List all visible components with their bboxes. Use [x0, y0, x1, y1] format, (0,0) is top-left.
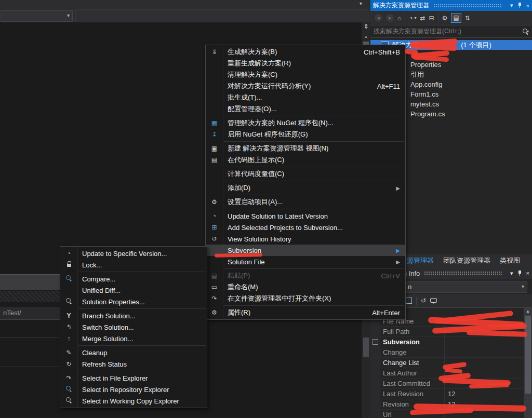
menu-separator — [224, 305, 404, 306]
scroll-up-icon[interactable]: ▴ — [362, 34, 370, 39]
menu-item[interactable]: Lock... — [60, 259, 207, 271]
menu-item[interactable]: Solution Properties... — [60, 296, 207, 307]
show-all-files-icon[interactable]: ▤ — [451, 13, 461, 23]
menu-item[interactable]: Select in Working Copy Explorer — [60, 395, 207, 407]
chevron-down-icon[interactable]: ▾ — [360, 1, 362, 6]
property-row[interactable]: Change — [380, 347, 524, 358]
window-position-icon[interactable]: ▾ — [510, 2, 513, 9]
toolbar-separator — [438, 14, 438, 22]
repo-explorer-icon — [60, 385, 77, 394]
solution-explorer-titlebar[interactable]: 解决方案资源管理器 ▾ × — [370, 0, 532, 11]
menu-item[interactable]: ▤在代码图上显示(C) — [206, 154, 405, 166]
menu-item[interactable]: ↑Merge Solution... — [60, 333, 207, 344]
comment-icon[interactable] — [430, 298, 437, 304]
menu-item[interactable]: ↷在文件资源管理器中打开文件夹(X) — [206, 293, 405, 304]
menu-item[interactable]: ⚙属性(R)Alt+Enter — [206, 307, 405, 318]
menu-item[interactable]: Unified Diff... — [60, 285, 207, 296]
build-icon: ⇓ — [211, 48, 217, 56]
toolbar-separator — [416, 297, 417, 305]
menu-item[interactable]: 配置管理器(O)... — [206, 103, 405, 115]
menu-item-label: Update to Specific Version... — [77, 250, 167, 258]
menu-item-label: 新建 解决方案资源管理器 视图(N) — [223, 144, 328, 153]
tab-类视图[interactable]: 类视图 — [500, 256, 520, 265]
update-icon: ◔ — [206, 212, 223, 220]
pin-icon[interactable] — [517, 2, 522, 9]
menu-item[interactable]: ▤粘贴(P)Ctrl+V — [206, 270, 405, 281]
properties-icon[interactable]: ⚙ — [442, 14, 448, 22]
menu-item-label: 设置启动项目(A)... — [223, 197, 283, 207]
splitter-grip-icon[interactable]: ⇕ — [362, 23, 370, 30]
menu-item[interactable]: ▭重命名(M) — [206, 281, 405, 293]
ide-window: ▾ ▾ nTest/ ⇕ ▴ 解决方案资源管理器 ▾ × ◂▸⌂◔▾⇄⊟⚙▤⇅ … — [0, 0, 532, 418]
paste-icon: ▤ — [211, 272, 217, 279]
menu-separator — [224, 141, 404, 142]
menu-item[interactable]: Select in Repository Explorer — [60, 384, 207, 395]
pending-changes-icon[interactable]: ◔ — [409, 14, 413, 22]
window-position-icon[interactable]: ▾ — [510, 270, 513, 277]
menu-item[interactable]: 对解决方案运行代码分析(Y)Alt+F11 — [206, 80, 405, 92]
menu-item-label: 生成解决方案(B) — [223, 47, 277, 57]
search-icon[interactable] — [522, 28, 529, 35]
menu-item[interactable]: 计算代码度量值(C) — [206, 168, 405, 180]
property-row[interactable]: -Subversion — [380, 337, 524, 347]
menu-item[interactable]: 批生成(T)... — [206, 92, 405, 103]
menu-item[interactable]: ◔Update to Specific Version... — [60, 248, 207, 259]
menu-item[interactable]: Compare... — [60, 273, 207, 285]
menu-item[interactable]: ⚙设置启动项目(A)... — [206, 196, 405, 208]
menu-item[interactable]: YBranch Solution... — [60, 310, 207, 321]
forward-icon[interactable]: ▸ — [386, 14, 394, 22]
menu-item[interactable]: 添加(D)▶ — [206, 182, 405, 194]
menu-item[interactable]: ⇓生成解决方案(B)Ctrl+Shift+B — [206, 46, 405, 58]
collapse-all-icon[interactable]: ⊟ — [429, 14, 434, 22]
code-map-icon: ▤ — [206, 156, 223, 164]
menu-separator — [224, 268, 404, 269]
scrollbar-thumb[interactable] — [363, 338, 369, 357]
close-icon[interactable]: × — [526, 3, 529, 9]
pin-icon[interactable] — [517, 270, 522, 277]
menu-item[interactable]: ▣新建 解决方案资源管理器 视图(N) — [206, 143, 405, 154]
compare-icon — [60, 275, 77, 283]
menu-item[interactable]: ↰Switch Solution... — [60, 321, 207, 333]
wc-explorer-icon — [65, 397, 72, 403]
switch-icon: ↰ — [66, 323, 71, 331]
menu-item[interactable]: ↺View Solution History — [206, 233, 405, 245]
solution-context-menu: ⇓生成解决方案(B)Ctrl+Shift+B重新生成解决方案(R)清理解决方案(… — [205, 45, 406, 320]
history-icon[interactable]: ↺ — [421, 296, 426, 305]
chevron-down-icon[interactable]: ▾ — [415, 16, 417, 20]
add-svn-icon: ⊞ — [211, 224, 217, 231]
menu-item[interactable]: 重新生成解决方案(R) — [206, 58, 405, 69]
toolbar-combobox[interactable]: ▾ — [1, 10, 73, 22]
menu-item-label: 批生成(T)... — [223, 93, 262, 102]
menu-item[interactable]: ↷Select in File Explorer — [60, 372, 207, 384]
close-icon[interactable]: × — [526, 270, 529, 276]
menu-item-label: Solution Properties... — [77, 298, 145, 306]
menu-item[interactable]: ◔Update Solution to Latest Version — [206, 210, 405, 222]
property-row[interactable]: Last Revision12 — [380, 389, 524, 399]
solution-props-icon — [60, 298, 77, 306]
scroll-up-icon[interactable]: ▴ — [524, 308, 532, 314]
menu-item[interactable]: ✎Cleanup — [60, 347, 207, 358]
tab-团队资源管理器[interactable]: 团队资源管理器 — [443, 256, 490, 265]
search-box[interactable]: 搜索解决方案资源管理器(Ctrl+;) ▾ — [370, 25, 532, 38]
refresh-icon[interactable]: ⇄ — [420, 14, 425, 22]
wrench-icon: ⚙ — [206, 309, 223, 316]
branch-icon: Y — [60, 312, 77, 319]
document-icon[interactable] — [406, 298, 412, 304]
menu-item[interactable]: ⊞Add Selected Projects to Subversion... — [206, 222, 405, 233]
menu-item-label: Unified Diff... — [77, 287, 121, 294]
nuget-icon: ▦ — [211, 119, 217, 127]
menu-item[interactable]: 清理解决方案(C) — [206, 69, 405, 80]
drag-handle — [424, 271, 502, 275]
menu-item[interactable]: ↧启用 NuGet 程序包还原(G) — [206, 129, 405, 140]
menu-item[interactable]: ▦管理解决方案的 NuGet 程序包(N)... — [206, 117, 405, 129]
refresh-icon: ↻ — [60, 360, 77, 368]
collapse-icon[interactable]: - — [373, 339, 378, 345]
property-label: Last Author — [380, 368, 444, 378]
home-icon[interactable]: ⌂ — [397, 14, 401, 22]
rename-icon: ▭ — [206, 284, 223, 291]
back-icon[interactable]: ◂ — [375, 14, 382, 22]
sync-with-active-icon[interactable]: ⇅ — [465, 14, 470, 22]
new-view-icon: ▣ — [206, 145, 223, 152]
menu-item[interactable]: Solution File▶ — [206, 256, 405, 267]
menu-item[interactable]: ↻Refresh Status — [60, 358, 207, 370]
